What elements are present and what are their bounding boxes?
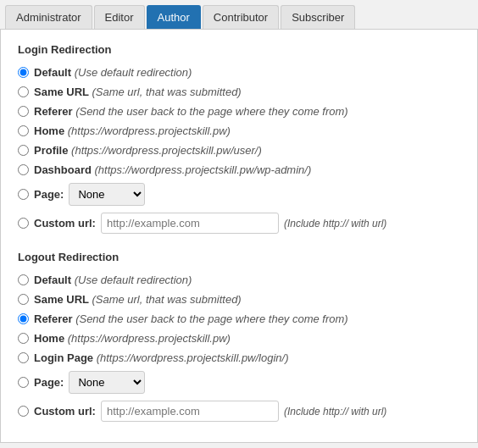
login-option-radio-login_same_url[interactable]	[18, 86, 29, 97]
login-custom-url-input[interactable]	[101, 213, 279, 234]
login-option-row: Dashboard (https://wordpress.projectskil…	[18, 163, 460, 176]
login-page-radio[interactable]	[18, 189, 29, 200]
login-custom-url-radio[interactable]	[18, 218, 29, 229]
logout-custom-url-radio[interactable]	[18, 406, 29, 417]
logout-page-radio[interactable]	[18, 377, 29, 388]
tab-subscriber[interactable]: Subscriber	[281, 5, 355, 29]
login-option-radio-login_dashboard[interactable]	[18, 164, 29, 175]
logout-option-row: Default (Use default redirection)	[18, 274, 460, 286]
login-option-row: Same URL (Same url, that was submitted)	[18, 86, 460, 98]
logout-option-label: Same URL (Same url, that was submitted)	[34, 293, 242, 306]
logout-option-label: Login Page (https://wordpress.projectski…	[34, 351, 289, 364]
login-option-row: Home (https://wordpress.projectskill.pw)	[18, 124, 460, 137]
login-page-label: Page:	[34, 188, 64, 201]
tab-editor[interactable]: Editor	[94, 5, 145, 29]
logout-options: Default (Use default redirection)Same UR…	[18, 274, 460, 364]
logout-option-label: Default (Use default redirection)	[34, 274, 192, 286]
tab-contributor[interactable]: Contributor	[203, 5, 279, 29]
login-options: Default (Use default redirection)Same UR…	[18, 66, 460, 176]
logout-option-row: Login Page (https://wordpress.projectski…	[18, 351, 460, 364]
login-option-row: Default (Use default redirection)	[18, 66, 460, 79]
tab-administrator[interactable]: Administrator	[5, 5, 92, 29]
login-custom-url-label: Custom url:	[34, 217, 96, 230]
logout-option-radio-logout_login_page[interactable]	[18, 352, 29, 363]
logout-option-radio-logout_default[interactable]	[18, 274, 29, 285]
logout-option-row: Home (https://wordpress.projectskill.pw)	[18, 332, 460, 345]
logout-option-radio-logout_referer[interactable]	[18, 313, 29, 324]
login-option-label: Dashboard (https://wordpress.projectskil…	[34, 163, 311, 176]
logout-page-label: Page:	[34, 376, 64, 389]
logout-option-row: Same URL (Same url, that was submitted)	[18, 293, 460, 306]
logout-custom-url-input[interactable]	[101, 401, 279, 422]
login-option-radio-login_referer[interactable]	[18, 106, 29, 117]
login-option-radio-login_home[interactable]	[18, 125, 29, 136]
login-page-select[interactable]: None	[69, 183, 145, 206]
logout-url-hint: (Include http:// with url)	[284, 406, 386, 418]
login-option-label: Same URL (Same url, that was submitted)	[34, 86, 242, 98]
logout-page-row: Page: None	[18, 371, 460, 394]
login-option-label: Referer (Send the user back to the page …	[34, 105, 348, 118]
login-section-title: Login Redirection	[18, 43, 460, 56]
login-option-radio-login_default[interactable]	[18, 67, 29, 78]
login-page-row: Page: None	[18, 183, 460, 206]
tab-bar: Administrator Editor Author Contributor …	[0, 0, 478, 30]
login-option-label: Default (Use default redirection)	[34, 66, 192, 79]
login-option-label: Home (https://wordpress.projectskill.pw)	[34, 124, 231, 137]
logout-custom-url-label: Custom url:	[34, 405, 96, 418]
logout-section-title: Logout Redirection	[18, 251, 460, 263]
logout-page-select[interactable]: None	[69, 371, 145, 394]
login-url-hint: (Include http:// with url)	[284, 218, 386, 230]
logout-option-row: Referer (Send the user back to the page …	[18, 312, 460, 325]
logout-option-label: Home (https://wordpress.projectskill.pw)	[34, 332, 231, 345]
login-option-radio-login_profile[interactable]	[18, 145, 29, 156]
logout-option-radio-logout_same_url[interactable]	[18, 294, 29, 305]
login-option-label: Profile (https://wordpress.projectskill.…	[34, 144, 262, 157]
login-option-row: Referer (Send the user back to the page …	[18, 105, 460, 118]
logout-custom-url-row: Custom url: (Include http:// with url)	[18, 401, 460, 422]
settings-panel: Login Redirection Default (Use default r…	[0, 30, 478, 443]
logout-option-label: Referer (Send the user back to the page …	[34, 312, 348, 325]
logout-option-radio-logout_home[interactable]	[18, 333, 29, 344]
login-custom-url-row: Custom url: (Include http:// with url)	[18, 213, 460, 234]
tab-author[interactable]: Author	[147, 5, 201, 29]
login-option-row: Profile (https://wordpress.projectskill.…	[18, 144, 460, 157]
